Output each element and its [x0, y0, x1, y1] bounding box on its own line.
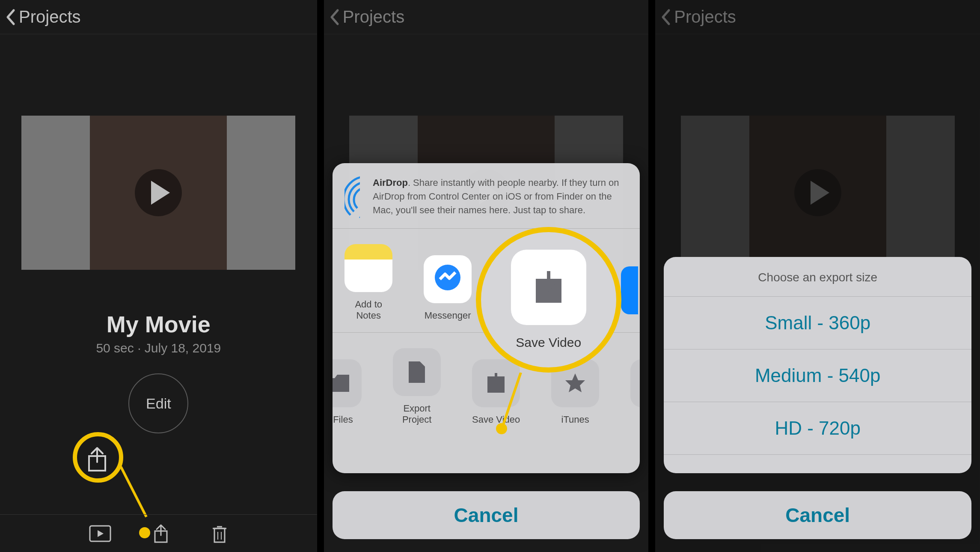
video-thumbnail[interactable] [21, 116, 295, 270]
nav-title: Projects [19, 7, 81, 27]
project-subtitle: 50 sec · July 18, 2019 [0, 341, 317, 355]
export-size-sheet: Choose an export size Small - 360p Mediu… [664, 257, 971, 473]
action-label: to Files [333, 414, 365, 425]
svg-marker-13 [359, 203, 360, 218]
app-label: Add to Notes [342, 299, 395, 321]
toolbar [0, 514, 317, 552]
project-title: My Movie [0, 311, 317, 337]
cancel-button[interactable]: Cancel [664, 491, 971, 539]
svg-line-2 [121, 466, 146, 517]
export-option-360p[interactable]: Small - 360p [664, 296, 971, 349]
chevron-left-icon [5, 9, 15, 26]
export-option-540p[interactable]: Medium - 540p [664, 349, 971, 402]
document-icon [408, 361, 426, 384]
export-header: Choose an export size [664, 257, 971, 296]
action-label: iTunes [549, 414, 602, 425]
nav-title: Projects [343, 7, 405, 27]
trash-icon[interactable] [211, 523, 228, 544]
chevron-left-icon [660, 9, 671, 26]
edit-button[interactable]: Edit [128, 373, 188, 433]
edit-label: Edit [146, 395, 171, 412]
download-box-icon [485, 372, 507, 394]
share-icon[interactable] [152, 523, 169, 544]
export-option-720p[interactable]: HD - 720p [664, 402, 971, 454]
thumb-left-blank [21, 116, 90, 270]
nav-title: Projects [674, 7, 736, 27]
action-label: More [628, 414, 640, 425]
star-icon [564, 372, 587, 395]
app-label: Messenger [421, 310, 475, 321]
thumb-frame [90, 116, 227, 270]
svg-marker-18 [565, 373, 585, 392]
action-label: Export Project [390, 403, 444, 425]
screen-share-sheet: Projects AirDrop. Share instantly with p… [324, 0, 649, 552]
share-icon-highlighted [86, 446, 109, 472]
highlight-label: Save Video [516, 335, 581, 350]
export-option-1080p[interactable]: HD - 1080p [664, 454, 971, 473]
share-target-notes[interactable]: Add to Notes [342, 244, 395, 321]
highlight-save-video: Save Video [476, 227, 621, 373]
play-icon [135, 169, 182, 216]
action-save-to-files[interactable]: to Files [333, 359, 365, 425]
thumb-right-blank [227, 116, 295, 270]
airdrop-text: AirDrop. Share instantly with people nea… [373, 176, 628, 219]
folder-icon [333, 374, 350, 393]
screen-project-detail: Projects My Movie 50 sec · July 18, 2019… [0, 0, 317, 552]
airdrop-section[interactable]: AirDrop. Share instantly with people nea… [333, 163, 640, 228]
action-export-project[interactable]: Export Project [390, 348, 444, 425]
airdrop-icon [344, 176, 360, 219]
video-thumbnail [681, 116, 955, 270]
action-save-video[interactable]: Save Video [469, 359, 523, 425]
chevron-left-icon [329, 9, 339, 26]
play-outline-icon[interactable] [89, 525, 111, 542]
nav-back: Projects [324, 0, 649, 34]
nav-back[interactable]: Projects [0, 0, 317, 34]
svg-rect-7 [214, 528, 225, 542]
screen-export-size: Projects Choose an export size Small - 3… [655, 0, 980, 552]
nav-back: Projects [655, 0, 980, 34]
cancel-button[interactable]: Cancel [333, 491, 640, 539]
messenger-icon [431, 262, 465, 296]
download-box-icon [530, 269, 567, 306]
share-target-messenger[interactable]: Messenger [421, 255, 475, 321]
svg-marker-4 [98, 530, 104, 537]
save-video-tile [511, 250, 586, 325]
action-more[interactable]: More [628, 359, 640, 425]
action-label: Save Video [469, 414, 523, 425]
